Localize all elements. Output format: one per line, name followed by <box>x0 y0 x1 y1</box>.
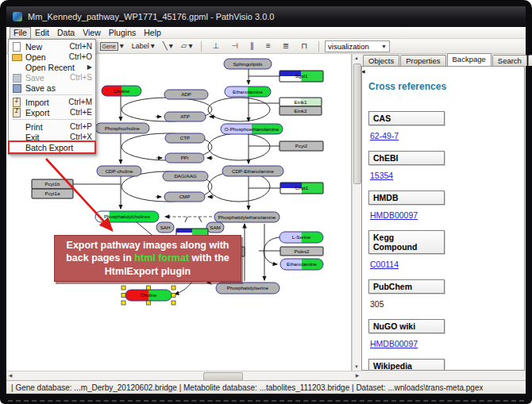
pathway-node-ctp[interactable]: CTP <box>165 133 205 143</box>
selection-handle[interactable] <box>172 286 175 290</box>
pathway-node-cdp-choline[interactable]: CDP-choline <box>97 166 141 176</box>
node-label: Phosphocholine <box>105 125 141 131</box>
pathway-node-o-phosphoethanolamine[interactable]: O-Phosphoethanolamine <box>221 124 283 134</box>
menu-item-shortcut: Ctrl+P <box>70 122 92 131</box>
chevron-down-icon: ▾ <box>189 42 193 50</box>
pathway-node-ptdss2[interactable]: Ptdss2 <box>280 247 323 256</box>
menubar-item-data[interactable]: Data <box>53 28 79 38</box>
menu-item-new[interactable]: NewCtrl+N <box>10 41 94 52</box>
pathway-node-pcyt1a[interactable]: Pcyt1a <box>32 189 73 198</box>
pathway-node-phosphocholine[interactable]: Phosphocholine <box>95 123 149 133</box>
menubar-item-file[interactable]: File <box>10 27 31 39</box>
selection-handle[interactable] <box>172 301 175 305</box>
scroll-left-arrow[interactable]: ◀ <box>6 371 14 380</box>
pathway-node-sam[interactable]: SAM <box>206 222 224 233</box>
menubar-item-edit[interactable]: Edit <box>31 28 53 38</box>
menu-separator <box>12 94 92 95</box>
pathway-node-etnk2[interactable]: Etnk2 <box>279 106 322 115</box>
pathway-node-sgpl1[interactable]: Sgpl1 <box>279 71 323 82</box>
pathway-node-chpt1[interactable]: Chpt1 <box>280 183 323 194</box>
menubar-item-plugins[interactable]: Plugins <box>105 28 140 38</box>
pathway-node-etnk1[interactable]: Etnk1 <box>279 98 322 106</box>
selection-handle[interactable] <box>121 294 125 298</box>
align-middle-button[interactable]: ⊣ <box>229 40 241 52</box>
pathway-node-phosphatidylserine[interactable]: Phosphatidylserine <box>216 283 279 294</box>
menu-item-label: Save as <box>25 83 87 93</box>
add-label-button[interactable]: Label ▾ <box>129 40 157 52</box>
align-center-button[interactable]: ⊥ <box>210 40 222 52</box>
scrollbar-filler <box>361 371 526 380</box>
canvas-horizontal-scrollbar[interactable]: ◀ ▶ <box>6 371 361 380</box>
xref-section-title-cas: CAS <box>368 111 445 125</box>
horizontal-scroll-thumb[interactable] <box>203 372 243 381</box>
distribute-vertical-button[interactable]: ≡ <box>264 40 273 52</box>
menu-item-save-as[interactable]: Save as <box>10 83 94 93</box>
pathway-node-dag-aag[interactable]: DAG/AAG <box>163 171 208 181</box>
tab-properties[interactable]: Properties <box>400 55 445 66</box>
menu-item-open-recent[interactable]: Open Recent▶ <box>10 62 94 72</box>
node-label: Pcyt2 <box>295 143 308 148</box>
xref-link-15354[interactable]: 15354 <box>370 171 393 180</box>
menu-item-import[interactable]: ImportCtrl+M <box>10 97 94 107</box>
pathway-node-choline-selected[interactable]: Choline <box>121 286 175 305</box>
vertical-scroll-thumb[interactable] <box>353 63 361 184</box>
xref-link-62-49-7[interactable]: 62-49-7 <box>370 131 399 140</box>
pathway-node-adp[interactable]: ADP <box>164 90 208 99</box>
bottom-scroll-row: ◀ ▶ <box>6 371 526 380</box>
pathway-node-cmp[interactable]: CMP <box>164 192 205 202</box>
selection-handle[interactable] <box>172 294 175 298</box>
pathway-node-sphingolipids[interactable]: Sphingolipids <box>224 59 272 69</box>
node-label: PPi <box>181 155 189 160</box>
pathway-node-ppi[interactable]: PPi <box>165 153 204 163</box>
stack-button[interactable]: ≣ <box>280 40 291 52</box>
visualization-combobox[interactable]: visualization ▼ <box>325 40 390 52</box>
menu-item-print[interactable]: PrintCtrl+P <box>10 121 94 132</box>
menu-item-open[interactable]: OpenCtrl+O <box>10 52 94 62</box>
tab-objects[interactable]: Objects <box>363 55 399 66</box>
tab-legend[interactable]: Legend <box>528 55 532 66</box>
xref-value-hmdb: HMDB00097 <box>370 210 518 220</box>
xref-link-hmdb00097[interactable]: HMDB00097 <box>370 210 418 220</box>
pathway-node-sah[interactable]: SAH <box>156 222 174 233</box>
scroll-right-arrow[interactable]: ▶ <box>353 371 361 380</box>
selection-handle[interactable] <box>121 301 125 305</box>
node-label: CDP-choline <box>106 168 133 174</box>
title-bar: Mm_Kennedy_pathway_WP1771_45176.gpml - P… <box>6 6 526 27</box>
collapse-panel-icon[interactable]: ◀ <box>361 67 367 76</box>
pathway-node-cdp-ethanolamine[interactable]: CDP-Ethanolamine <box>222 166 283 176</box>
pathway-node-pcyt2[interactable]: Pcyt2 <box>279 141 323 151</box>
menu-item-batch-export[interactable]: Batch Export <box>10 142 94 152</box>
pathway-node-phosphatidylcholines[interactable]: Phosphatidylcholines <box>95 211 159 222</box>
pathway-node-ethanolamine-1[interactable]: Ethanolamine <box>225 87 271 97</box>
shape-tool-button[interactable]: ▱ ▾ <box>179 40 195 52</box>
menubar-item-view[interactable]: View <box>79 28 105 38</box>
menu-item-export[interactable]: ExportCtrl+E <box>10 107 94 117</box>
node-label: Ptdss2 <box>295 248 310 254</box>
menubar-item-help[interactable]: Help <box>140 28 165 38</box>
line-tool-button[interactable]: ╲ ▾ <box>160 40 175 52</box>
pathway-node-l-serine[interactable]: L-Serine <box>279 232 323 243</box>
add-datanode-button[interactable]: Gene ▾ <box>98 40 126 52</box>
selection-handle[interactable] <box>147 286 151 290</box>
selection-handle[interactable] <box>147 301 151 305</box>
menu-item-label: Save <box>25 73 65 83</box>
tab-backpage[interactable]: Backpage <box>447 53 492 66</box>
xref-link-hmdb00097[interactable]: HMDB00097 <box>370 339 418 348</box>
pathway-node-ethanolamine-2[interactable]: Ethanolamine <box>280 259 323 270</box>
scroll-up-arrow[interactable]: ▲ <box>353 54 360 62</box>
xref-link-c00114[interactable]: C00114 <box>370 260 399 269</box>
pathway-node-atp[interactable]: ATP <box>164 112 206 121</box>
selection-handle[interactable] <box>121 286 125 290</box>
scroll-down-arrow[interactable]: ▼ <box>353 363 360 371</box>
canvas-vertical-scrollbar[interactable]: ▲ ▼ <box>352 54 360 371</box>
pathway-node-pcyt1b[interactable]: Pcyt1b <box>32 179 73 189</box>
menu-item-exit[interactable]: ExitCtrl+X <box>10 132 94 142</box>
distribute-horizontal-button[interactable]: ∥ <box>248 40 256 52</box>
node-label: SAM <box>210 225 220 230</box>
pathway-node-phosphatidylethanolamine[interactable]: Phosphatidylethanolamine <box>214 212 279 222</box>
import-icon <box>12 98 22 106</box>
pathway-node-choline-top[interactable]: Choline <box>102 86 141 96</box>
tab-search[interactable]: Search <box>492 55 527 66</box>
group-button[interactable]: ⊓ <box>299 40 310 52</box>
menu-icon-spacer <box>12 143 22 152</box>
